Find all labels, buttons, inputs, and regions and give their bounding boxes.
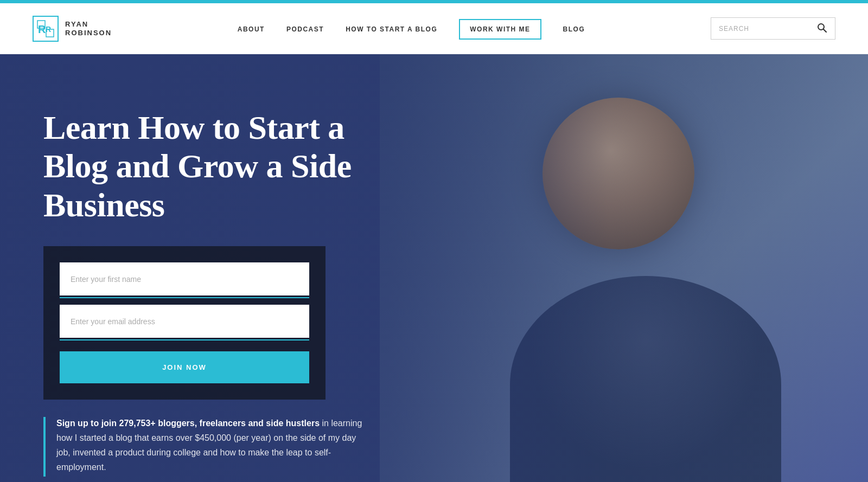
- search-icon: [816, 22, 827, 35]
- nav-link-how-to-start-blog[interactable]: HOW TO START A BLOG: [346, 25, 437, 33]
- hero-description: Sign up to join 279,753+ bloggers, freel…: [43, 416, 363, 477]
- nav-item-how-to-start-blog: HOW TO START A BLOG: [346, 24, 437, 34]
- hero-section: Learn How to Start a Blog and Grow a Sid…: [0, 54, 868, 482]
- hero-description-bold: Sign up to join 279,753+ bloggers, freel…: [56, 419, 320, 428]
- search-bar: [711, 17, 835, 40]
- hero-content: Learn How to Start a Blog and Grow a Sid…: [0, 54, 407, 482]
- main-nav: ABOUT PODCAST HOW TO START A BLOG WORK W…: [238, 24, 585, 34]
- search-button[interactable]: [816, 22, 827, 35]
- nav-item-work-with-me: WORK WITH ME: [459, 24, 541, 34]
- first-name-field-wrapper: [60, 262, 309, 298]
- join-now-button[interactable]: JOIN NOW: [60, 351, 309, 383]
- logo-text: RYAN ROBINSON: [65, 20, 112, 37]
- nav-item-podcast: PODCAST: [286, 24, 324, 34]
- logo-last-name: ROBINSON: [65, 29, 112, 37]
- nav-item-about: ABOUT: [238, 24, 265, 34]
- site-header: R R RYAN ROBINSON ABOUT PODCAST HOW TO S…: [0, 3, 868, 54]
- cyan-accent-bar: [43, 417, 46, 477]
- nav-link-work-with-me[interactable]: WORK WITH ME: [459, 19, 541, 40]
- email-field-wrapper: [60, 305, 309, 340]
- logo-first-name: RYAN: [65, 20, 112, 29]
- search-input[interactable]: [719, 24, 816, 33]
- nav-link-blog[interactable]: BLOG: [563, 25, 585, 33]
- hero-description-text: Sign up to join 279,753+ bloggers, freel…: [56, 416, 363, 475]
- logo-link[interactable]: R R RYAN ROBINSON: [33, 16, 112, 42]
- nav-list: ABOUT PODCAST HOW TO START A BLOG WORK W…: [238, 24, 585, 34]
- svg-line-6: [824, 29, 827, 33]
- nav-link-podcast[interactable]: PODCAST: [286, 25, 324, 33]
- email-input[interactable]: [60, 305, 309, 338]
- nav-link-about[interactable]: ABOUT: [238, 25, 265, 33]
- signup-box: JOIN NOW: [43, 246, 326, 400]
- logo-icon: R R: [33, 16, 59, 42]
- hero-title: Learn How to Start a Blog and Grow a Sid…: [43, 108, 363, 224]
- nav-item-blog: BLOG: [563, 24, 585, 34]
- first-name-input[interactable]: [60, 262, 309, 295]
